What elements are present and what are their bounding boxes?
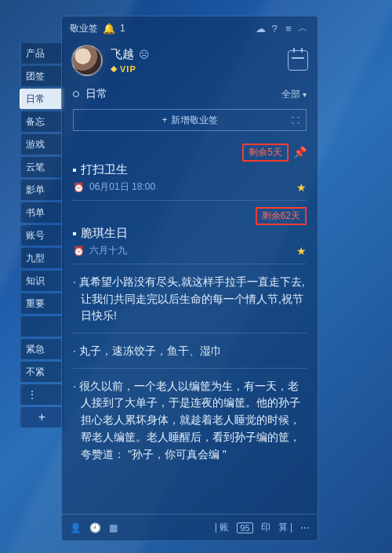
bottom-tab[interactable]: 印 bbox=[261, 521, 270, 534]
add-note-label: 新增敬业签 bbox=[171, 114, 218, 127]
note-time: 06月01日 18:00 bbox=[89, 180, 155, 194]
vip-badge: VIP bbox=[120, 64, 136, 74]
star-icon[interactable]: ★ bbox=[296, 245, 307, 257]
note-title: 脆琪生日 bbox=[81, 226, 128, 241]
note-time: 六月十九 bbox=[89, 244, 127, 257]
bottom-bar: 👤 🕘 ▦ | 账 95 印 算 | ⋯ bbox=[62, 514, 318, 540]
side-tab-active[interactable]: 日常 bbox=[20, 89, 63, 109]
side-tab[interactable]: 影单 bbox=[20, 180, 63, 200]
bullet-icon bbox=[73, 169, 76, 172]
note-title: 打扫卫生 bbox=[81, 162, 128, 177]
side-tab[interactable]: 云笔 bbox=[20, 157, 63, 177]
contacts-icon[interactable]: 👤 bbox=[70, 522, 82, 533]
side-tab[interactable]: 不紧 bbox=[20, 362, 63, 382]
main-panel: 敬业签 🔔 1 ☁ ? ≡ ︿ 飞越 ☹ ◆ VIP 日常 全部 bbox=[61, 16, 318, 541]
diamond-icon: ◆ bbox=[111, 64, 117, 74]
note-item[interactable]: 真希望小路没有尽头,就这样手拉手一直走下去,让我们共同走完以后生命的每一个情人节… bbox=[73, 264, 307, 333]
app-name: 敬业签 bbox=[70, 22, 98, 35]
note-item[interactable]: 剩余5天 📌 打扫卫生 ⏰ 06月01日 18:00 ★ bbox=[73, 137, 307, 201]
help-icon[interactable]: ? bbox=[267, 23, 281, 35]
bottom-tab[interactable]: | 账 bbox=[215, 521, 229, 534]
side-tab[interactable]: 重要 bbox=[20, 293, 63, 314]
category-dot-icon bbox=[73, 91, 79, 97]
note-body: 真希望小路没有尽头,就这样手拉手一直走下去,让我们共同走完以后生命的每一个情人节… bbox=[73, 271, 307, 326]
add-note-button[interactable]: + 新增敬业签 ⛶ bbox=[73, 109, 307, 131]
notif-count: 1 bbox=[120, 23, 125, 34]
note-item[interactable]: 剩余62天 脆琪生日 ⏰ 六月十九 ★ bbox=[73, 201, 307, 264]
note-list: 剩余5天 📌 打扫卫生 ⏰ 06月01日 18:00 ★ 剩余62天 脆琪生日 bbox=[62, 137, 318, 514]
category-name: 日常 bbox=[85, 87, 107, 101]
username: 飞越 bbox=[111, 47, 134, 62]
bottom-tab[interactable]: 算 | bbox=[278, 521, 292, 534]
calendar-icon[interactable] bbox=[288, 50, 308, 71]
plus-icon: + bbox=[162, 115, 167, 126]
bullet-icon bbox=[73, 232, 76, 235]
sync-icon[interactable]: ☁ bbox=[253, 23, 267, 35]
time-icon[interactable]: 🕘 bbox=[89, 522, 101, 533]
avatar[interactable] bbox=[71, 45, 103, 76]
side-tab[interactable]: 知识 bbox=[20, 271, 63, 291]
bottom-tab[interactable]: 95 bbox=[237, 522, 252, 533]
more-icon[interactable]: ⋯ bbox=[300, 522, 310, 533]
side-tab[interactable]: 紧急 bbox=[20, 339, 63, 359]
side-tab[interactable]: 九型 bbox=[20, 248, 63, 268]
star-icon[interactable]: ★ bbox=[296, 181, 307, 194]
side-tab[interactable] bbox=[20, 316, 63, 337]
side-tab-add[interactable]: + bbox=[20, 407, 63, 427]
note-item[interactable]: 很久以前，一个老人以编筐为生，有一天，老人接到了大单子，于是连夜的编筐。他的孙子… bbox=[73, 369, 307, 471]
expand-icon[interactable]: ⛶ bbox=[292, 116, 299, 125]
mood-icon[interactable]: ☹ bbox=[139, 49, 150, 60]
note-body: 丸子，速冻饺子，鱼干、湿巾 bbox=[73, 340, 307, 362]
profile-row: 飞越 ☹ ◆ VIP bbox=[62, 40, 318, 84]
filter-dropdown[interactable]: 全部 bbox=[281, 88, 307, 101]
clock-icon: ⏰ bbox=[73, 182, 85, 193]
countdown-badge: 剩余62天 bbox=[256, 207, 307, 225]
menu-icon[interactable]: ≡ bbox=[281, 23, 296, 35]
note-body: 很久以前，一个老人以编筐为生，有一天，老人接到了大单子，于是连夜的编筐。他的孙子… bbox=[73, 375, 307, 464]
collapse-icon[interactable]: ︿ bbox=[296, 21, 310, 35]
countdown-badge: 剩余5天 bbox=[242, 144, 289, 162]
side-tab[interactable]: 团签 bbox=[20, 66, 63, 86]
side-tab[interactable]: 游戏 bbox=[20, 134, 63, 155]
side-tab[interactable]: 书单 bbox=[20, 202, 63, 223]
side-tab[interactable]: 账号 bbox=[20, 225, 63, 246]
side-tab[interactable]: 产品 bbox=[20, 43, 63, 64]
side-tab[interactable]: 备忘 bbox=[20, 111, 63, 132]
calendar-small-icon[interactable]: ▦ bbox=[109, 522, 118, 533]
bell-icon[interactable]: 🔔 bbox=[103, 23, 115, 35]
pin-icon[interactable]: 📌 bbox=[293, 146, 307, 158]
category-header: 日常 全部 bbox=[62, 84, 318, 106]
side-tab-list: 产品 团签 日常 备忘 游戏 云笔 影单 书单 账号 九型 知识 重要 紧急 不… bbox=[20, 43, 63, 427]
side-tab-more[interactable]: ⋮ bbox=[20, 384, 63, 405]
note-item[interactable]: 丸子，速冻饺子，鱼干、湿巾 bbox=[73, 333, 307, 369]
titlebar: 敬业签 🔔 1 ☁ ? ≡ ︿ bbox=[62, 16, 318, 40]
clock-icon: ⏰ bbox=[73, 246, 85, 256]
